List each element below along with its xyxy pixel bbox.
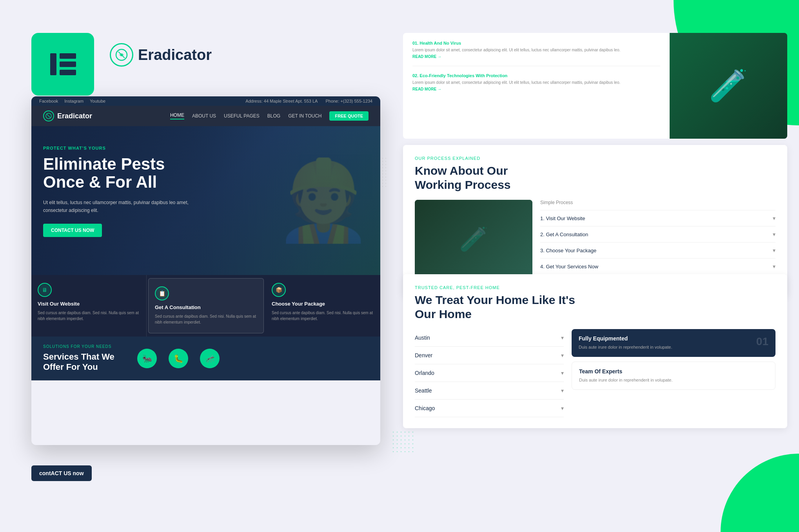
solution-icon-3: 🦟	[200, 349, 220, 368]
service-item-1: 01. Health And No Virus Lorem ipsum dolo…	[412, 41, 660, 66]
hero-worker-image: 👷	[189, 126, 381, 275]
hero-card-consultation: 📋 Get A Consultation Sed cursus ante dap…	[148, 278, 264, 333]
accordion-step-2[interactable]: 2. Get A Consultation ▾	[540, 226, 775, 242]
logo-circle-icon	[110, 43, 133, 67]
bg-decoration-bottom-right	[721, 454, 799, 532]
instagram-link[interactable]: Instagram	[64, 99, 84, 103]
location-name-seattle: Seattle	[415, 387, 432, 394]
nav-pages[interactable]: USEFUL PAGES	[224, 113, 260, 119]
chevron-1: ▾	[773, 215, 775, 221]
facebook-link[interactable]: Facebook	[39, 99, 58, 103]
read-more-2[interactable]: READ MORE →	[412, 87, 660, 91]
youtube-link[interactable]: Youtube	[90, 99, 105, 103]
location-austin[interactable]: Austin ▾	[415, 329, 564, 347]
solutions-eyebrow: SOLUTIONS FOR YOUR NEEDS	[43, 344, 122, 349]
process-eyebrow: OUR PROCESS EXPLAINED	[415, 156, 775, 161]
card-website-title: Visit Our Website	[38, 301, 140, 307]
location-name-denver: Denver	[415, 352, 432, 358]
hero-service-cards: 🖥 Visit Our Website Sed cursus ante dapi…	[31, 275, 380, 337]
process-right: Simple Process 1. Visit Our Website ▾ 2.…	[540, 200, 775, 286]
process-worker-visual	[415, 200, 532, 278]
treatment-card-title-2: Team Of Experts	[579, 368, 768, 375]
step-4-text: 4. Get Your Services Now	[540, 264, 598, 270]
hero-card-package: 📦 Choose Your Package Sed cursus ante da…	[265, 275, 380, 337]
solutions-icons: 🐜 🐛 🦟	[137, 349, 220, 368]
treatment-title: We Treat Your Home Like It's Our Home	[415, 293, 775, 321]
contact-now-title[interactable]: contACT US now	[39, 470, 84, 476]
topbar-phone: Phone: +(323) 555-1234	[325, 99, 372, 103]
location-name-chicago: Chicago	[415, 405, 435, 411]
step-1-text: 1. Visit Our Website	[540, 215, 585, 221]
hero-eyebrow: PROTECT WHAT'S YOURS	[43, 146, 208, 150]
services-panel: 01. Health And No Virus Lorem ipsum dolo…	[403, 33, 670, 139]
location-chevron-denver: ▾	[561, 352, 564, 358]
accordion-step-4[interactable]: 4. Get Your Services Now ▾	[540, 259, 775, 275]
process-label: Simple Process	[540, 200, 775, 205]
hero-cta-button[interactable]: CONTACT US NOW	[43, 224, 102, 237]
website-preview: Facebook Instagram Youtube Address: 44 M…	[31, 96, 380, 445]
location-chevron-austin: ▾	[561, 335, 564, 341]
solutions-title: Services That We Offer For You	[43, 352, 122, 373]
read-more-1[interactable]: READ MORE →	[412, 54, 660, 59]
nav-home[interactable]: HOME	[170, 112, 184, 119]
pest-image-overlay: 🧪	[670, 33, 787, 139]
location-seattle[interactable]: Seattle ▾	[415, 382, 564, 400]
site-navbar: Eradicator HOME ABOUT US USEFUL PAGES BL…	[31, 106, 380, 126]
sol-icon-circle-1: 🐜	[137, 349, 157, 368]
service-desc-2: Lorem ipsum dolor sit amet, consectetur …	[412, 80, 660, 85]
nav-brand-name: Eradicator	[57, 112, 92, 120]
service-item-2: 02. Eco-Friendly Technologies With Prote…	[412, 73, 660, 98]
solution-icon-2: 🐛	[169, 349, 188, 368]
hero-description: Ut elit tellus, luctus nec ullamcorper m…	[43, 199, 208, 214]
hero-card-website: 🖥 Visit Our Website Sed cursus ante dapi…	[31, 275, 147, 337]
top-services-strip: 01. Health And No Virus Lorem ipsum dolo…	[403, 33, 787, 139]
nav-blog[interactable]: BLOG	[267, 113, 280, 119]
location-chicago[interactable]: Chicago ▾	[415, 400, 564, 417]
nav-logo-icon	[43, 110, 54, 121]
location-orlando[interactable]: Orlando ▾	[415, 364, 564, 382]
worker-figure: 👷	[274, 155, 372, 247]
chevron-4: ▾	[773, 263, 775, 270]
treatment-card-desc-2: Duis aute irure dolor in reprehenderit i…	[579, 377, 768, 384]
card-package-icon: 📦	[272, 283, 286, 297]
nav-contact[interactable]: GET IN TOUCH	[288, 113, 321, 119]
treatment-card-num-1: 01	[756, 335, 768, 348]
svg-rect-3	[60, 70, 76, 75]
treatment-layout: Austin ▾ Denver ▾ Orlando ▾ Seattle ▾ Ch…	[415, 329, 775, 417]
treatment-cards: 01 Fully Equipmented Duis aute irure dol…	[572, 329, 775, 417]
solutions-left: SOLUTIONS FOR YOUR NEEDS Services That W…	[43, 344, 122, 373]
site-topbar: Facebook Instagram Youtube Address: 44 M…	[31, 96, 380, 106]
svg-rect-2	[60, 62, 76, 67]
topbar-contact-info: Address: 44 Maple Street Apt. 553 LA Pho…	[245, 99, 372, 103]
service-num-2: 02. Eco-Friendly Technologies With Prote…	[412, 73, 660, 78]
pest-control-image: 🧪	[670, 33, 787, 139]
sol-icon-circle-2: 🐛	[169, 349, 188, 368]
elementor-logo	[31, 33, 94, 96]
hero-title: Eliminate Pests Once & For All	[43, 155, 208, 191]
contact-now-section: contACT US now	[31, 465, 92, 481]
process-left	[415, 200, 532, 286]
sol-icon-circle-3: 🦟	[200, 349, 220, 368]
home-treatment-section: TRUSTED CARE, PEST-FREE HOME We Treat Yo…	[403, 274, 787, 428]
step-2-text: 2. Get A Consultation	[540, 232, 588, 237]
accordion-step-3[interactable]: 3. Choose Your Package ▾	[540, 242, 775, 259]
treatment-card-secondary: Team Of Experts Duis aute irure dolor in…	[572, 362, 775, 390]
card-consultation-icon: 📋	[155, 286, 169, 300]
card-website-desc: Sed cursus ante dapibus diam. Sed nisi. …	[38, 310, 140, 322]
chevron-2: ▾	[773, 231, 775, 237]
process-section: OUR PROCESS EXPLAINED Know About Our Wor…	[403, 145, 787, 297]
site-hero: 👷 PROTECT WHAT'S YOURS Eliminate Pests O…	[31, 126, 380, 275]
nav-free-quote[interactable]: FREE QUOTE	[329, 111, 369, 121]
process-image	[415, 200, 532, 278]
process-title: Know About Our Working Process	[415, 164, 775, 192]
process-accordion: 1. Visit Our Website ▾ 2. Get A Consulta…	[540, 210, 775, 275]
site-nav-links: HOME ABOUT US USEFUL PAGES BLOG GET IN T…	[170, 111, 369, 121]
nav-about[interactable]: ABOUT US	[192, 113, 216, 119]
accordion-step-1[interactable]: 1. Visit Our Website ▾	[540, 210, 775, 226]
hero-title-line2: Once & For All	[43, 173, 157, 191]
svg-rect-1	[60, 53, 76, 59]
step-3-text: 3. Choose Your Package	[540, 248, 596, 253]
location-denver[interactable]: Denver ▾	[415, 347, 564, 364]
worker-silhouette: 🧪	[709, 67, 748, 104]
location-chevron-seattle: ▾	[561, 387, 564, 394]
